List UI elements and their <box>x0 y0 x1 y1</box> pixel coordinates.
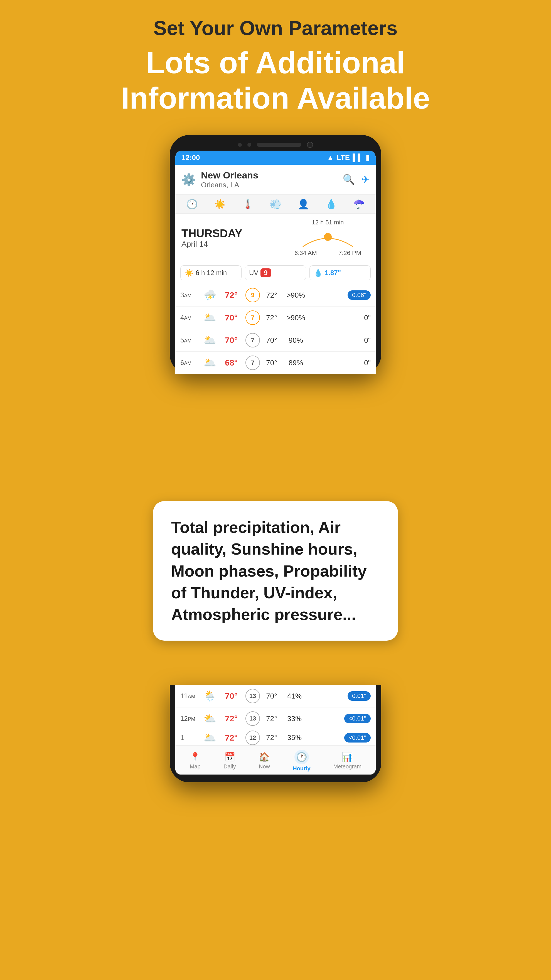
temp-1: 70° <box>219 313 243 322</box>
sunrise-time: 6:34 AM <box>294 250 317 257</box>
location-icon[interactable]: ✈ <box>361 174 370 185</box>
nav-item-daily[interactable]: 📅 Daily <box>224 752 236 770</box>
dew-b0: 70° <box>262 692 281 700</box>
dew-3: 70° <box>262 359 281 367</box>
svg-point-0 <box>324 233 332 241</box>
tab-icon-thermometer[interactable]: 🌡️ <box>242 199 254 210</box>
tab-icon-clock[interactable]: 🕐 <box>186 199 198 210</box>
uv-circle-0: 9 <box>245 288 260 302</box>
precip-card: 💧 1.87" <box>310 265 371 280</box>
header-title: Lots of Additional Information Available <box>28 45 523 116</box>
precip-icon: 💧 <box>314 269 322 277</box>
precip-badge-0: 0.06" <box>348 290 371 300</box>
wifi-icon: ▲ <box>327 153 334 162</box>
uv-circle-3: 7 <box>245 356 260 370</box>
precip-zero-3: 0" <box>364 359 371 367</box>
day-name: THURSDAY <box>181 227 286 240</box>
uv-circle-b2: 12 <box>245 730 260 745</box>
uv-circle-b1: 13 <box>245 711 260 726</box>
sun-arc-container: 12 h 51 min 6:34 AM 7:26 PM <box>286 219 370 257</box>
now-label: Now <box>259 764 270 770</box>
sun-arc-svg <box>300 227 356 250</box>
status-right-icons: ▲ LTE ▌▌ ▮ <box>327 153 370 162</box>
dew-2: 70° <box>262 336 281 345</box>
tab-icon-umbrella[interactable]: ☂️ <box>353 199 365 210</box>
tab-icon-drops[interactable]: 💧 <box>325 199 337 210</box>
dew-0: 72° <box>262 291 281 299</box>
map-label: Map <box>190 764 201 770</box>
hourly-icon: 🕐 <box>294 750 309 764</box>
nav-item-map[interactable]: 📍 Map <box>189 752 201 770</box>
hourly-row-bottom-2: 1 🌥️ 72° 12 72° 35% <0.01" <box>175 730 376 746</box>
dew-1: 72° <box>262 313 281 322</box>
nav-item-meteogram[interactable]: 📊 Meteogram <box>333 752 362 770</box>
weather-icon-2: 🌥️ <box>203 334 217 346</box>
precip-value: 1.87" <box>325 269 341 277</box>
temp-2: 70° <box>219 336 243 345</box>
date-sub: April 14 <box>181 240 286 249</box>
hourly-row-bottom-0: 11AM 🌦️ 70° 13 70° 41% 0.01" <box>175 685 376 708</box>
humidity-b2: 35% <box>283 733 306 742</box>
temp-3: 68° <box>219 358 243 368</box>
tab-icon-wind[interactable]: 💨 <box>270 199 281 210</box>
tab-icon-person[interactable]: 👤 <box>297 199 309 210</box>
date-sun-section: THURSDAY April 14 12 h 51 min 6:34 AM 7:… <box>175 214 376 262</box>
meteogram-label: Meteogram <box>333 764 362 770</box>
info-cards-row: ☀️ 6 h 12 min UV 9 💧 1.87" <box>175 262 376 284</box>
precip-badge-b0: 0.01" <box>348 691 371 701</box>
humidity-0: >90% <box>283 291 308 299</box>
weather-icon-0: ⛈️ <box>203 289 217 301</box>
precip-zero-2: 0" <box>364 336 371 345</box>
hour-label-0: 3AM <box>180 291 200 299</box>
nav-item-now[interactable]: 🏠 Now <box>259 752 270 770</box>
precip-zero-1: 0" <box>364 313 371 322</box>
phone-device-top: 12:00 ▲ LTE ▌▌ ▮ ⚙️ New Orleans Orleans,… <box>0 135 551 374</box>
hourly-row-0: 3AM ⛈️ 72° 9 72° >90% 0.06" <box>175 284 376 307</box>
humidity-2: 90% <box>283 336 308 345</box>
nav-item-hourly[interactable]: 🕐 Hourly <box>293 750 310 772</box>
search-icon[interactable]: 🔍 <box>343 174 355 185</box>
callout-text: Total precipitation, Air quality, Sunshi… <box>171 517 380 625</box>
hour-label-1: 4AM <box>180 314 200 321</box>
daily-icon: 📅 <box>224 752 235 762</box>
hour-label-b1: 12PM <box>180 715 200 722</box>
phone-screen: 12:00 ▲ LTE ▌▌ ▮ ⚙️ New Orleans Orleans,… <box>175 151 376 374</box>
uv-circle-1: 7 <box>245 310 260 325</box>
hourly-row-bottom-1: 12PM ⛅ 72° 13 72° 33% <0.01" <box>175 708 376 730</box>
header-action-icons: 🔍 ✈ <box>343 174 370 185</box>
tab-icon-sun[interactable]: ☀️ <box>214 199 226 210</box>
map-icon: 📍 <box>189 752 201 762</box>
hour-label-3: 6AM <box>180 359 200 367</box>
status-time: 12:00 <box>181 153 200 162</box>
phone-top-hardware <box>175 142 376 148</box>
sunshine-icon: ☀️ <box>184 269 194 277</box>
phone-device-bottom: 11AM 🌦️ 70° 13 70° 41% 0.01" 12PM ⛅ 72° … <box>170 685 381 782</box>
hour-label-2: 5AM <box>180 336 200 344</box>
weather-icon-1: 🌥️ <box>203 312 217 323</box>
bottom-nav-bar: 📍 Map 📅 Daily 🏠 Now 🕐 Hourly 📊 <box>175 746 376 775</box>
tab-icons-row: 🕐 ☀️ 🌡️ 💨 👤 💧 ☂️ <box>175 195 376 214</box>
phone-dot-left <box>238 143 242 147</box>
humidity-b0: 41% <box>283 692 306 700</box>
precip-badge-b1: <0.01" <box>344 714 371 723</box>
header-subtitle: Set Your Own Parameters <box>28 17 523 40</box>
phone-dot-right <box>248 143 251 147</box>
now-icon: 🏠 <box>259 752 270 762</box>
uv-badge: 9 <box>260 268 271 277</box>
humidity-3: 89% <box>283 359 308 367</box>
hour-label-b0: 11AM <box>180 692 200 700</box>
weather-icon-b1: ⛅ <box>203 713 217 724</box>
location-info: New Orleans Orleans, LA <box>201 170 343 189</box>
settings-icon[interactable]: ⚙️ <box>181 173 196 186</box>
phone-body: 12:00 ▲ LTE ▌▌ ▮ ⚙️ New Orleans Orleans,… <box>170 135 381 374</box>
sunshine-card: ☀️ 6 h 12 min <box>180 265 241 280</box>
uv-label-static: UV <box>249 269 258 277</box>
uv-circle-2: 7 <box>245 333 260 347</box>
weather-icon-b2: 🌥️ <box>203 732 217 744</box>
phone-screen-bottom: 11AM 🌦️ 70° 13 70° 41% 0.01" 12PM ⛅ 72° … <box>175 685 376 775</box>
meteogram-icon: 📊 <box>342 752 353 762</box>
phone-body-bottom: 11AM 🌦️ 70° 13 70° 41% 0.01" 12PM ⛅ 72° … <box>170 685 381 782</box>
phone-camera <box>307 142 313 148</box>
precip-badge-b2: <0.01" <box>344 733 371 743</box>
uv-circle-b0: 13 <box>245 689 260 703</box>
